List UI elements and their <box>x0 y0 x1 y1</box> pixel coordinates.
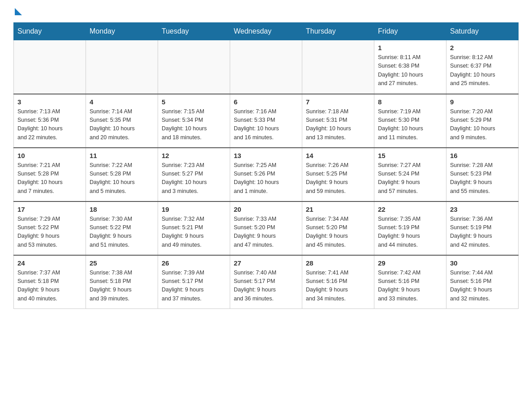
logo-arrow-icon <box>15 8 22 15</box>
calendar-cell: 10Sunrise: 7:21 AMSunset: 5:28 PMDayligh… <box>14 148 86 201</box>
day-number: 30 <box>450 259 515 267</box>
calendar-cell: 30Sunrise: 7:44 AMSunset: 5:16 PMDayligh… <box>446 255 519 309</box>
day-info: Sunrise: 7:28 AMSunset: 5:23 PMDaylight:… <box>450 161 515 196</box>
day-number: 25 <box>90 259 154 267</box>
day-info: Sunrise: 7:19 AMSunset: 5:30 PMDaylight:… <box>378 107 442 142</box>
weekday-header-sunday: Sunday <box>14 23 86 40</box>
day-info: Sunrise: 7:35 AMSunset: 5:19 PMDaylight:… <box>378 215 442 250</box>
day-number: 17 <box>17 206 82 213</box>
day-info: Sunrise: 7:37 AMSunset: 5:18 PMDaylight:… <box>17 269 82 304</box>
calendar-cell: 21Sunrise: 7:34 AMSunset: 5:20 PMDayligh… <box>302 201 374 255</box>
day-number: 11 <box>90 152 154 159</box>
day-info: Sunrise: 7:13 AMSunset: 5:36 PMDaylight:… <box>17 107 82 142</box>
calendar-cell: 16Sunrise: 7:28 AMSunset: 5:23 PMDayligh… <box>446 148 519 201</box>
calendar-cell: 18Sunrise: 7:30 AMSunset: 5:22 PMDayligh… <box>86 201 158 255</box>
calendar-cell: 26Sunrise: 7:39 AMSunset: 5:17 PMDayligh… <box>158 255 230 309</box>
calendar-cell: 20Sunrise: 7:33 AMSunset: 5:20 PMDayligh… <box>230 201 302 255</box>
day-number: 1 <box>378 44 442 51</box>
week-row-1: 1Sunrise: 8:11 AMSunset: 6:38 PMDaylight… <box>14 40 519 94</box>
day-number: 27 <box>234 259 298 267</box>
day-info: Sunrise: 7:16 AMSunset: 5:33 PMDaylight:… <box>234 107 298 142</box>
day-info: Sunrise: 7:44 AMSunset: 5:16 PMDaylight:… <box>450 269 515 304</box>
day-number: 23 <box>450 206 515 213</box>
day-number: 5 <box>162 98 226 106</box>
calendar-cell: 2Sunrise: 8:12 AMSunset: 6:37 PMDaylight… <box>446 40 519 94</box>
day-number: 15 <box>378 152 442 159</box>
day-number: 28 <box>306 259 370 267</box>
calendar-cell: 19Sunrise: 7:32 AMSunset: 5:21 PMDayligh… <box>158 201 230 255</box>
calendar-cell <box>14 40 86 94</box>
calendar-cell: 9Sunrise: 7:20 AMSunset: 5:29 PMDaylight… <box>446 94 519 148</box>
day-number: 24 <box>17 259 82 267</box>
day-number: 4 <box>90 98 154 106</box>
day-info: Sunrise: 7:42 AMSunset: 5:16 PMDaylight:… <box>378 269 442 304</box>
week-row-5: 24Sunrise: 7:37 AMSunset: 5:18 PMDayligh… <box>14 255 519 309</box>
day-info: Sunrise: 7:34 AMSunset: 5:20 PMDaylight:… <box>306 215 370 250</box>
calendar-cell: 13Sunrise: 7:25 AMSunset: 5:26 PMDayligh… <box>230 148 302 201</box>
day-number: 8 <box>378 98 442 106</box>
day-info: Sunrise: 7:36 AMSunset: 5:19 PMDaylight:… <box>450 215 515 250</box>
day-number: 20 <box>234 206 298 213</box>
calendar-cell: 4Sunrise: 7:14 AMSunset: 5:35 PMDaylight… <box>86 94 158 148</box>
calendar-cell: 12Sunrise: 7:23 AMSunset: 5:27 PMDayligh… <box>158 148 230 201</box>
calendar-cell: 5Sunrise: 7:15 AMSunset: 5:34 PMDaylight… <box>158 94 230 148</box>
day-info: Sunrise: 7:32 AMSunset: 5:21 PMDaylight:… <box>162 215 226 250</box>
calendar-cell: 23Sunrise: 7:36 AMSunset: 5:19 PMDayligh… <box>446 201 519 255</box>
day-info: Sunrise: 7:33 AMSunset: 5:20 PMDaylight:… <box>234 215 298 250</box>
calendar-cell: 22Sunrise: 7:35 AMSunset: 5:19 PMDayligh… <box>374 201 446 255</box>
weekday-header-tuesday: Tuesday <box>158 23 230 40</box>
weekday-header-thursday: Thursday <box>302 23 374 40</box>
calendar-cell: 15Sunrise: 7:27 AMSunset: 5:24 PMDayligh… <box>374 148 446 201</box>
day-number: 29 <box>378 259 442 267</box>
day-number: 14 <box>306 152 370 159</box>
day-info: Sunrise: 7:29 AMSunset: 5:22 PMDaylight:… <box>17 215 82 250</box>
day-number: 21 <box>306 206 370 213</box>
calendar-cell: 25Sunrise: 7:38 AMSunset: 5:18 PMDayligh… <box>86 255 158 309</box>
calendar-cell <box>302 40 374 94</box>
calendar-cell: 1Sunrise: 8:11 AMSunset: 6:38 PMDaylight… <box>374 40 446 94</box>
day-number: 22 <box>378 206 442 213</box>
calendar-cell: 17Sunrise: 7:29 AMSunset: 5:22 PMDayligh… <box>14 201 86 255</box>
day-number: 10 <box>17 152 82 159</box>
page-header <box>13 9 519 13</box>
day-info: Sunrise: 7:20 AMSunset: 5:29 PMDaylight:… <box>450 107 515 142</box>
logo-line1 <box>13 9 22 16</box>
calendar-cell: 14Sunrise: 7:26 AMSunset: 5:25 PMDayligh… <box>302 148 374 201</box>
day-info: Sunrise: 8:12 AMSunset: 6:37 PMDaylight:… <box>450 53 515 88</box>
day-number: 6 <box>234 98 298 106</box>
day-number: 3 <box>17 98 82 106</box>
calendar-cell <box>158 40 230 94</box>
logo <box>13 9 22 13</box>
calendar-cell: 7Sunrise: 7:18 AMSunset: 5:31 PMDaylight… <box>302 94 374 148</box>
weekday-header-saturday: Saturday <box>446 23 519 40</box>
calendar-cell: 24Sunrise: 7:37 AMSunset: 5:18 PMDayligh… <box>14 255 86 309</box>
day-info: Sunrise: 7:15 AMSunset: 5:34 PMDaylight:… <box>162 107 226 142</box>
day-number: 9 <box>450 98 515 106</box>
week-row-3: 10Sunrise: 7:21 AMSunset: 5:28 PMDayligh… <box>14 148 519 201</box>
weekday-header-monday: Monday <box>86 23 158 40</box>
day-number: 2 <box>450 44 515 51</box>
calendar-table: SundayMondayTuesdayWednesdayThursdayFrid… <box>13 22 519 309</box>
week-row-4: 17Sunrise: 7:29 AMSunset: 5:22 PMDayligh… <box>14 201 519 255</box>
day-info: Sunrise: 7:21 AMSunset: 5:28 PMDaylight:… <box>17 161 82 196</box>
day-info: Sunrise: 7:27 AMSunset: 5:24 PMDaylight:… <box>378 161 442 196</box>
weekday-header-friday: Friday <box>374 23 446 40</box>
day-number: 26 <box>162 259 226 267</box>
calendar-cell <box>230 40 302 94</box>
day-number: 7 <box>306 98 370 106</box>
day-number: 18 <box>90 206 154 213</box>
day-info: Sunrise: 7:30 AMSunset: 5:22 PMDaylight:… <box>90 215 154 250</box>
day-info: Sunrise: 8:11 AMSunset: 6:38 PMDaylight:… <box>378 53 442 88</box>
day-info: Sunrise: 7:22 AMSunset: 5:28 PMDaylight:… <box>90 161 154 196</box>
week-row-2: 3Sunrise: 7:13 AMSunset: 5:36 PMDaylight… <box>14 94 519 148</box>
calendar-cell: 28Sunrise: 7:41 AMSunset: 5:16 PMDayligh… <box>302 255 374 309</box>
day-number: 13 <box>234 152 298 159</box>
day-number: 19 <box>162 206 226 213</box>
day-info: Sunrise: 7:23 AMSunset: 5:27 PMDaylight:… <box>162 161 226 196</box>
calendar-cell: 29Sunrise: 7:42 AMSunset: 5:16 PMDayligh… <box>374 255 446 309</box>
day-info: Sunrise: 7:38 AMSunset: 5:18 PMDaylight:… <box>90 269 154 304</box>
day-number: 16 <box>450 152 515 159</box>
day-info: Sunrise: 7:25 AMSunset: 5:26 PMDaylight:… <box>234 161 298 196</box>
calendar-cell: 6Sunrise: 7:16 AMSunset: 5:33 PMDaylight… <box>230 94 302 148</box>
calendar-cell: 8Sunrise: 7:19 AMSunset: 5:30 PMDaylight… <box>374 94 446 148</box>
